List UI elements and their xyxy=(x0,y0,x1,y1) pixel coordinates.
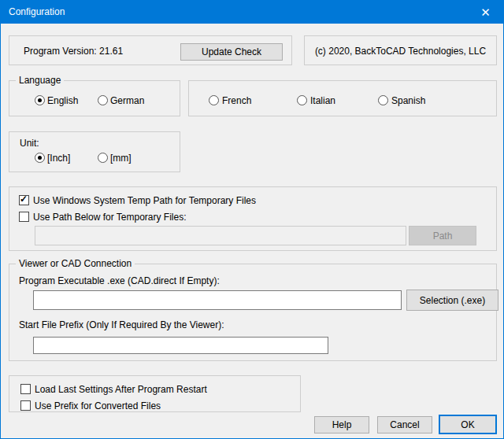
viewer-group: Viewer or CAD Connection Program Executa… xyxy=(9,264,497,361)
temp-path-input xyxy=(35,226,406,245)
copyright-text: (c) 2020, BackToCAD Technologies, LLC xyxy=(305,46,496,57)
use-prefix-checkbox[interactable] xyxy=(20,400,31,411)
options-group: Load Last Settings After Program Restart… xyxy=(9,375,301,412)
language-legend: Language xyxy=(16,75,64,86)
unit-group: Unit: [Inch] [mm] xyxy=(9,131,180,172)
path-button: Path xyxy=(409,226,476,245)
radio-inch-label[interactable]: [Inch] xyxy=(47,153,70,164)
radio-mm[interactable] xyxy=(98,153,108,163)
ok-button[interactable]: OK xyxy=(439,415,497,434)
configuration-dialog: Configuration ✕ Program Version: 21.61 U… xyxy=(0,0,504,439)
use-path-below-label[interactable]: Use Path Below for Temporary Files: xyxy=(33,212,187,223)
cancel-button[interactable]: Cancel xyxy=(377,416,432,433)
close-button[interactable]: ✕ xyxy=(468,1,503,24)
use-path-below-checkbox[interactable] xyxy=(19,212,29,222)
program-version-label: Program Version: 21.61 xyxy=(24,46,123,57)
program-executable-input[interactable] xyxy=(33,290,402,310)
radio-german[interactable] xyxy=(98,95,108,105)
radio-french-label[interactable]: French xyxy=(222,95,251,106)
unit-label: Unit: xyxy=(20,138,39,149)
radio-german-label[interactable]: German xyxy=(110,95,144,106)
load-last-checkbox[interactable] xyxy=(20,384,31,394)
use-system-temp-checkbox[interactable] xyxy=(19,195,29,205)
radio-french[interactable] xyxy=(209,95,219,105)
copyright-group: (c) 2020, BackToCAD Technologies, LLC xyxy=(304,35,497,65)
radio-inch[interactable] xyxy=(35,153,45,163)
language-extra-group: French Italian Spanish xyxy=(188,80,497,116)
help-button[interactable]: Help xyxy=(314,416,369,433)
language-group: Language English German xyxy=(9,80,180,116)
radio-italian[interactable] xyxy=(297,95,307,105)
load-last-label[interactable]: Load Last Settings After Program Restart xyxy=(35,384,207,395)
start-file-prefix-input[interactable] xyxy=(33,337,328,354)
use-prefix-label[interactable]: Use Prefix for Converted Files xyxy=(35,400,161,411)
radio-spanish[interactable] xyxy=(378,95,388,105)
radio-spanish-label[interactable]: Spanish xyxy=(391,95,425,106)
close-icon: ✕ xyxy=(480,6,491,19)
use-system-temp-label[interactable]: Use Windows System Temp Path for Tempora… xyxy=(33,195,256,206)
radio-english[interactable] xyxy=(35,95,45,105)
temp-path-group: Use Windows System Temp Path for Tempora… xyxy=(9,186,497,251)
selection-exe-button[interactable]: Selection (.exe) xyxy=(406,290,498,311)
update-check-button[interactable]: Update Check xyxy=(180,43,283,61)
window-title: Configuration xyxy=(9,6,65,17)
radio-english-label[interactable]: English xyxy=(47,95,78,106)
start-file-prefix-label: Start File Prefix (Only If Required By t… xyxy=(19,319,224,330)
version-group: Program Version: 21.61 Update Check xyxy=(9,35,292,65)
radio-mm-label[interactable]: [mm] xyxy=(110,153,132,164)
program-executable-label: Program Executable .exe (CAD.direct If E… xyxy=(19,275,220,286)
radio-italian-label[interactable]: Italian xyxy=(310,95,335,106)
titlebar[interactable]: Configuration ✕ xyxy=(1,1,503,24)
viewer-legend: Viewer or CAD Connection xyxy=(16,258,135,269)
